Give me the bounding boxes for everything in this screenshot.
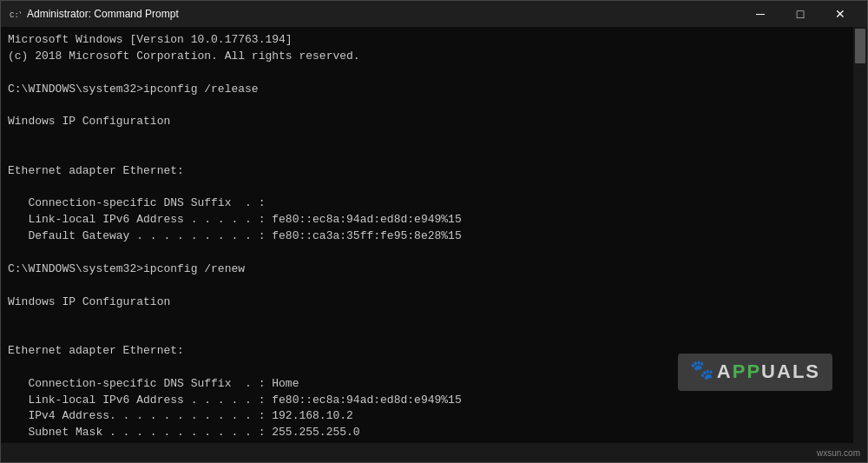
scrollbar[interactable]	[853, 27, 867, 443]
watermark: 🐾 APPUALS	[678, 354, 832, 391]
statusbar-text: wxsun.com	[817, 448, 860, 458]
watermark-text: APPUALS	[717, 359, 820, 386]
minimize-button[interactable]: ─	[740, 1, 780, 27]
terminal-content[interactable]: Microsoft Windows [Version 10.0.17763.19…	[1, 27, 867, 443]
statusbar: wxsun.com	[1, 443, 867, 462]
scrollbar-thumb[interactable]	[855, 29, 865, 63]
window-controls: ─ □ ✕	[740, 1, 860, 27]
watermark-icon: 🐾	[690, 359, 713, 386]
svg-text:C:\: C:\	[10, 11, 21, 20]
window-title: Administrator: Command Prompt	[27, 8, 740, 20]
title-bar: C:\ Administrator: Command Prompt ─ □ ✕	[1, 1, 867, 27]
maximize-button[interactable]: □	[780, 1, 820, 27]
cmd-window: C:\ Administrator: Command Prompt ─ □ ✕ …	[0, 0, 868, 463]
cmd-icon: C:\	[8, 7, 22, 21]
close-button[interactable]: ✕	[820, 1, 860, 27]
